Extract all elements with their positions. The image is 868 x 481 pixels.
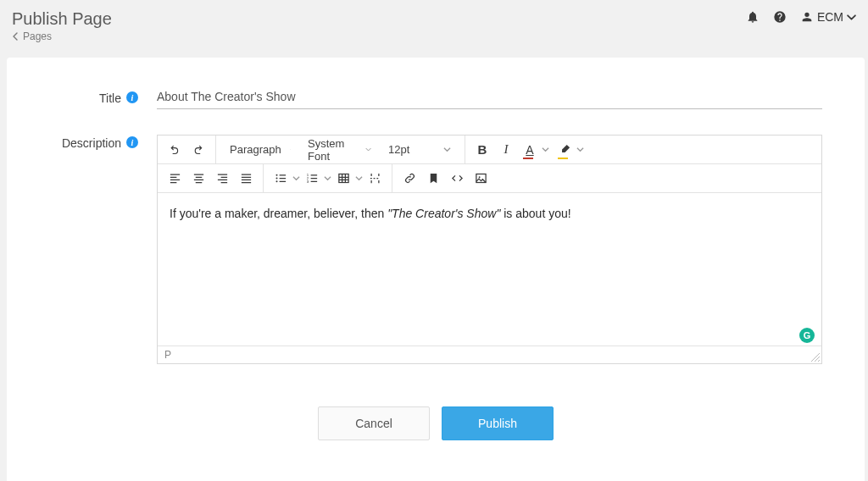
action-bar: Cancel Publish <box>49 406 822 440</box>
block-format-select[interactable]: Paragraph <box>221 143 299 156</box>
chevron-down-icon <box>847 13 856 22</box>
chevron-down-icon <box>292 174 300 182</box>
highlight-color-swatch <box>558 158 568 159</box>
chevron-down-icon <box>324 174 331 182</box>
title-body: About The Creator's Show <box>138 90 822 109</box>
breadcrumb-label: Pages <box>23 30 52 42</box>
text-color-swatch <box>523 158 533 159</box>
redo-button[interactable] <box>186 138 210 162</box>
help-icon[interactable] <box>773 10 787 24</box>
chevron-down-icon <box>542 146 549 153</box>
user-menu[interactable]: ECM <box>800 10 856 24</box>
bullet-list-button[interactable] <box>269 167 300 191</box>
chevron-down-icon <box>365 146 371 153</box>
chevron-left-icon <box>12 32 20 41</box>
user-label: ECM <box>817 10 843 24</box>
italic-button[interactable]: I <box>494 138 518 162</box>
form-card: Title i About The Creator's Show Descrip… <box>7 58 865 481</box>
description-body: Paragraph System Font 12pt B <box>138 135 822 364</box>
align-justify-button[interactable] <box>234 167 258 191</box>
link-button[interactable] <box>398 167 421 191</box>
chevron-down-icon <box>443 146 451 153</box>
align-left-button[interactable] <box>163 167 186 191</box>
bold-button[interactable]: B <box>470 138 494 162</box>
svg-rect-6 <box>338 174 348 183</box>
font-size-select[interactable]: 12pt <box>380 143 459 156</box>
header-right: ECM <box>746 8 856 24</box>
header-left: Publish Page Pages <box>12 8 112 42</box>
grammarly-badge[interactable]: G <box>799 328 815 343</box>
editor-element-path: P <box>158 346 821 363</box>
highlight-color-button[interactable] <box>553 138 584 162</box>
highlight-icon <box>559 143 571 156</box>
table-button[interactable] <box>331 167 363 191</box>
title-row: Title i About The Creator's Show <box>49 90 822 109</box>
svg-point-2 <box>275 180 277 182</box>
bookmark-button[interactable] <box>421 167 445 191</box>
font-family-select[interactable]: System Font <box>299 137 380 163</box>
undo-button[interactable] <box>163 138 186 162</box>
chevron-down-icon <box>290 146 291 153</box>
page-title: Publish Page <box>12 8 112 29</box>
title-label: Title i <box>49 90 138 109</box>
editor-content[interactable]: If you're a maker, dreamer, believer, th… <box>158 193 821 346</box>
info-icon[interactable]: i <box>126 136 138 148</box>
numbered-list-button[interactable]: 123 <box>300 167 331 191</box>
cancel-button[interactable]: Cancel <box>318 406 430 440</box>
align-right-button[interactable] <box>210 167 234 191</box>
publish-button[interactable]: Publish <box>442 406 554 440</box>
svg-text:3: 3 <box>306 180 309 184</box>
chevron-down-icon <box>355 174 363 182</box>
text-color-button[interactable]: A <box>518 138 549 162</box>
code-button[interactable] <box>445 167 469 191</box>
person-icon <box>800 10 814 24</box>
app-header: Publish Page Pages ECM <box>0 0 868 49</box>
description-row: Description i Paragraph <box>49 135 822 364</box>
bell-icon[interactable] <box>746 10 760 24</box>
editor-toolbar-row-2: 123 <box>158 164 821 193</box>
image-button[interactable] <box>469 167 492 191</box>
description-label: Description i <box>49 135 138 364</box>
svg-point-8 <box>478 176 480 178</box>
resize-handle-icon[interactable] <box>810 351 820 362</box>
svg-point-0 <box>275 174 277 176</box>
page-break-button[interactable] <box>363 167 387 191</box>
title-input[interactable]: About The Creator's Show <box>157 90 822 109</box>
rich-text-editor: Paragraph System Font 12pt B <box>157 135 822 364</box>
chevron-down-icon <box>576 146 584 153</box>
align-center-button[interactable] <box>186 167 210 191</box>
svg-point-1 <box>275 178 277 180</box>
breadcrumb[interactable]: Pages <box>12 30 112 42</box>
info-icon[interactable]: i <box>126 91 138 103</box>
editor-toolbar-row-1: Paragraph System Font 12pt B <box>158 135 821 164</box>
